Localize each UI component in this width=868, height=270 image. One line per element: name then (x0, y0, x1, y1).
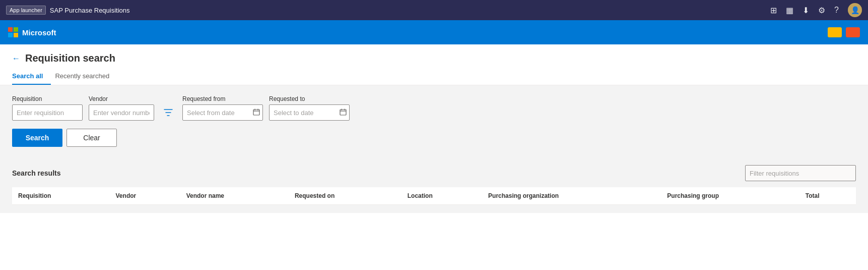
calendar-from-icon[interactable] (253, 109, 260, 117)
col-total: Total (799, 187, 856, 205)
ms-sq2 (14, 27, 18, 32)
ms-sq4 (14, 33, 18, 37)
results-table: Requisition Vendor Vendor name Requested… (12, 187, 856, 205)
app-launcher-button[interactable]: App launcher (6, 6, 46, 15)
table-header-row: Requisition Vendor Vendor name Requested… (12, 187, 856, 205)
svg-rect-1 (340, 110, 346, 115)
ms-header-icon2[interactable] (846, 27, 860, 37)
vendor-field: Vendor (89, 95, 154, 121)
requested-from-field: Requested from (182, 95, 263, 121)
ms-sq1 (8, 27, 13, 32)
col-purchasing-group: Purchasing group (661, 187, 799, 205)
back-arrow-icon: ← (12, 54, 20, 63)
requisition-input[interactable] (12, 104, 83, 121)
results-header: Search results (12, 165, 856, 181)
tab-search-all[interactable]: Search all (12, 68, 51, 85)
top-navigation: App launcher SAP Purchase Requisitions ⊞… (0, 0, 868, 20)
results-title: Search results (12, 169, 61, 177)
filter-requisitions-input[interactable] (745, 165, 856, 181)
microsoft-header: Microsoft (0, 20, 868, 44)
col-location: Location (402, 187, 482, 205)
requisition-label: Requisition (12, 95, 83, 102)
nav-icons-group: ⊞ ▦ ⬇ ⚙ ? 👤 (770, 3, 862, 17)
ms-logo-text: Microsoft (22, 28, 56, 37)
requested-to-label: Requested to (269, 95, 350, 102)
col-vendor-name: Vendor name (180, 187, 289, 205)
ms-logo-squares (8, 27, 18, 37)
tabs-bar: Search all Recently searched (0, 68, 868, 85)
vendor-label: Vendor (89, 95, 154, 102)
ms-sq3 (8, 33, 13, 37)
form-buttons-row: Search Clear (12, 129, 856, 147)
grid-icon[interactable]: ⊞ (770, 6, 777, 15)
microsoft-logo: Microsoft (8, 27, 56, 37)
avatar[interactable]: 👤 (848, 3, 862, 17)
ms-header-right (828, 27, 860, 37)
main-content: ← Requisition search Search all Recently… (0, 44, 868, 270)
filter-icon-button[interactable] (160, 104, 176, 121)
back-button[interactable]: ← (12, 54, 20, 63)
nav-app-label: SAP Purchase Requisitions (50, 7, 130, 14)
requested-from-input-wrapper (182, 104, 263, 121)
col-purchasing-org: Purchasing organization (482, 187, 661, 205)
page-title: Requisition search (25, 52, 115, 64)
download-icon[interactable]: ⬇ (803, 6, 809, 15)
requested-to-input-wrapper (269, 104, 350, 121)
search-form: Requisition Vendor Requested from (0, 85, 868, 157)
table-header: Requisition Vendor Vendor name Requested… (12, 187, 856, 205)
calendar-to-icon[interactable] (340, 109, 347, 117)
requested-to-input[interactable] (269, 104, 350, 121)
search-button[interactable]: Search (12, 129, 62, 147)
col-vendor: Vendor (110, 187, 180, 205)
settings-icon[interactable]: ⚙ (818, 6, 825, 15)
chat-icon[interactable]: ▦ (786, 6, 793, 15)
col-requisition: Requisition (12, 187, 110, 205)
requested-to-field: Requested to (269, 95, 350, 121)
help-icon[interactable]: ? (834, 6, 839, 15)
requested-from-input[interactable] (182, 104, 263, 121)
tab-recently-searched[interactable]: Recently searched (55, 68, 117, 85)
results-section: Search results Requisition Vendor Vendor… (0, 157, 868, 213)
requisition-field: Requisition (12, 95, 83, 121)
requested-from-label: Requested from (182, 95, 263, 102)
page-header: ← Requisition search (0, 44, 868, 64)
clear-button[interactable]: Clear (66, 129, 117, 147)
svg-rect-0 (253, 110, 259, 115)
vendor-input[interactable] (89, 104, 154, 121)
form-fields-row: Requisition Vendor Requested from (12, 95, 856, 121)
ms-header-icon1[interactable] (828, 27, 842, 37)
col-requested-on: Requested on (289, 187, 402, 205)
